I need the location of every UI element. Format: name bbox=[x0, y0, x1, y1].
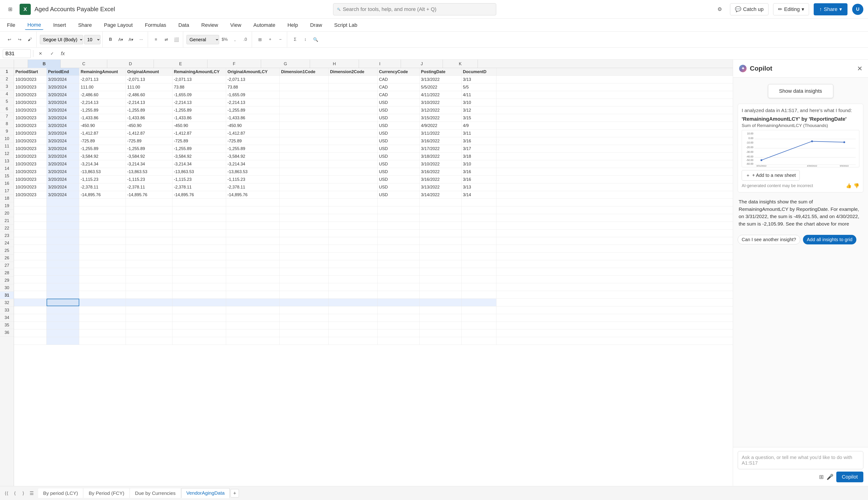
sheet-tab-vendor-aging-data[interactable]: VendorAgingData bbox=[181, 488, 229, 498]
search-input[interactable] bbox=[343, 6, 492, 12]
cell-r36c9[interactable] bbox=[419, 337, 462, 344]
cell-r13c5[interactable]: -3,214.34 bbox=[226, 160, 280, 168]
cell-r18c1[interactable] bbox=[47, 199, 79, 206]
cell-r25c6[interactable] bbox=[280, 252, 329, 260]
cell-r30c3[interactable] bbox=[126, 291, 172, 298]
cell-r31c6[interactable] bbox=[280, 299, 329, 306]
cell-r21c10[interactable] bbox=[462, 222, 496, 229]
cell-r27c10[interactable] bbox=[462, 268, 496, 275]
more-options-button[interactable]: ··· bbox=[137, 35, 146, 44]
cell-r33c7[interactable] bbox=[329, 314, 377, 321]
col-header-b[interactable]: B bbox=[28, 60, 60, 68]
cell-r5c6[interactable] bbox=[280, 99, 329, 106]
cancel-formula-button[interactable]: ✕ bbox=[36, 49, 45, 58]
cell-r11c9[interactable]: 3/17/2022 bbox=[419, 145, 462, 152]
cell-r7c1[interactable]: 3/20/2024 bbox=[47, 114, 79, 122]
cell-r14c6[interactable] bbox=[280, 168, 329, 175]
cell-r31c2[interactable] bbox=[79, 299, 126, 306]
cell-r32c4[interactable] bbox=[172, 306, 226, 314]
cell-r6c9[interactable]: 3/12/2022 bbox=[419, 106, 462, 114]
format-number-btn[interactable]: $% bbox=[220, 35, 229, 44]
merge-center-button[interactable]: ⬜ bbox=[172, 35, 181, 44]
cell-r23c8[interactable] bbox=[377, 237, 419, 245]
cell-r20c10[interactable] bbox=[462, 214, 496, 221]
cell-r28c2[interactable] bbox=[79, 276, 126, 283]
cell-r5c1[interactable]: 3/20/2024 bbox=[47, 99, 79, 106]
cell-r29c7[interactable] bbox=[329, 283, 377, 291]
cell-r3c0[interactable]: 10/20/2023 bbox=[14, 83, 47, 91]
cell-r7c2[interactable]: -1,433.86 bbox=[79, 114, 126, 122]
cell-r24c7[interactable] bbox=[329, 245, 377, 252]
cell-r9c7[interactable] bbox=[329, 129, 377, 137]
cell-r17c2[interactable]: -14,895.76 bbox=[79, 191, 126, 198]
cell-r22c0[interactable] bbox=[14, 229, 47, 237]
cell-r16c5[interactable]: -2,378.11 bbox=[226, 183, 280, 191]
number-format-select[interactable]: General bbox=[187, 35, 219, 44]
cell-r36c6[interactable] bbox=[280, 337, 329, 344]
cell-r23c3[interactable] bbox=[126, 237, 172, 245]
thumbs-down-button[interactable]: 👎 bbox=[854, 183, 859, 189]
cell-r32c9[interactable] bbox=[419, 306, 462, 314]
cell-r12c0[interactable]: 10/20/2023 bbox=[14, 152, 47, 160]
cell-r7c0[interactable]: 10/20/2023 bbox=[14, 114, 47, 122]
confirm-formula-button[interactable]: ✓ bbox=[47, 49, 57, 58]
cell-r15c2[interactable]: -1,115.23 bbox=[79, 176, 126, 183]
cell-r22c3[interactable] bbox=[126, 229, 172, 237]
cell-r31c8[interactable] bbox=[377, 299, 419, 306]
cell-r32c1[interactable] bbox=[47, 306, 79, 314]
cell-r22c6[interactable] bbox=[280, 229, 329, 237]
cell-r21c7[interactable] bbox=[329, 222, 377, 229]
cell-r30c4[interactable] bbox=[172, 291, 226, 298]
cell-r7c6[interactable] bbox=[280, 114, 329, 122]
cell-r10c5[interactable]: -725.89 bbox=[226, 137, 280, 145]
cell-r36c3[interactable] bbox=[126, 337, 172, 344]
cell-r15c9[interactable]: 3/16/2022 bbox=[419, 176, 462, 183]
cell-r15c5[interactable]: -1,115.23 bbox=[226, 176, 280, 183]
cell-r11c1[interactable]: 3/20/2024 bbox=[47, 145, 79, 152]
cell-r25c9[interactable] bbox=[419, 252, 462, 260]
undo-button[interactable]: ↩ bbox=[5, 35, 14, 44]
cell-r23c5[interactable] bbox=[226, 237, 280, 245]
table-insert-icon-button[interactable]: ⊞ bbox=[819, 474, 824, 480]
menu-formulas[interactable]: Formulas bbox=[143, 21, 169, 30]
cell-r22c9[interactable] bbox=[419, 229, 462, 237]
cell-b1[interactable]: PeriodEnd bbox=[47, 68, 79, 76]
cell-r34c6[interactable] bbox=[280, 322, 329, 329]
cell-r10c4[interactable]: -725.89 bbox=[172, 137, 226, 145]
cell-r33c9[interactable] bbox=[419, 314, 462, 321]
cell-r23c0[interactable] bbox=[14, 237, 47, 245]
col-header-j[interactable]: J bbox=[401, 60, 443, 68]
cell-r9c4[interactable]: -1,412.87 bbox=[172, 129, 226, 137]
cell-r24c3[interactable] bbox=[126, 245, 172, 252]
cell-r36c0[interactable] bbox=[14, 337, 47, 344]
menu-draw[interactable]: Draw bbox=[308, 21, 324, 30]
cell-r3c10[interactable]: 5/5 bbox=[462, 83, 496, 91]
cell-r23c4[interactable] bbox=[172, 237, 226, 245]
add-sheet-button[interactable]: + bbox=[230, 489, 239, 498]
cell-r21c2[interactable] bbox=[79, 222, 126, 229]
cell-r18c5[interactable] bbox=[226, 199, 280, 206]
cell-r13c10[interactable]: 3/10 bbox=[462, 160, 496, 168]
cell-r14c7[interactable] bbox=[329, 168, 377, 175]
cell-r3c3[interactable]: 111.00 bbox=[126, 83, 172, 91]
cell-r29c1[interactable] bbox=[47, 283, 79, 291]
cell-r27c7[interactable] bbox=[329, 268, 377, 275]
cell-r20c4[interactable] bbox=[172, 214, 226, 221]
settings-button[interactable]: ⚙ bbox=[714, 4, 725, 15]
cell-r18c4[interactable] bbox=[172, 199, 226, 206]
align-left-button[interactable]: ≡ bbox=[151, 35, 161, 44]
cell-r9c5[interactable]: -1,412.87 bbox=[226, 129, 280, 137]
cell-r24c0[interactable] bbox=[14, 245, 47, 252]
cell-r12c9[interactable]: 3/18/2022 bbox=[419, 152, 462, 160]
cell-r14c9[interactable]: 3/16/2022 bbox=[419, 168, 462, 175]
cell-r17c9[interactable]: 3/14/2022 bbox=[419, 191, 462, 198]
cell-r13c8[interactable]: USD bbox=[377, 160, 419, 168]
cell-r30c7[interactable] bbox=[329, 291, 377, 298]
cell-r26c10[interactable] bbox=[462, 260, 496, 268]
cell-r36c7[interactable] bbox=[329, 337, 377, 344]
cell-r8c5[interactable]: -450.90 bbox=[226, 122, 280, 129]
microphone-button[interactable]: 🎤 bbox=[826, 474, 834, 480]
cell-r33c5[interactable] bbox=[226, 314, 280, 321]
cell-r28c5[interactable] bbox=[226, 276, 280, 283]
sheet-tab-due-by-currencies[interactable]: Due by Currencies bbox=[130, 488, 180, 498]
